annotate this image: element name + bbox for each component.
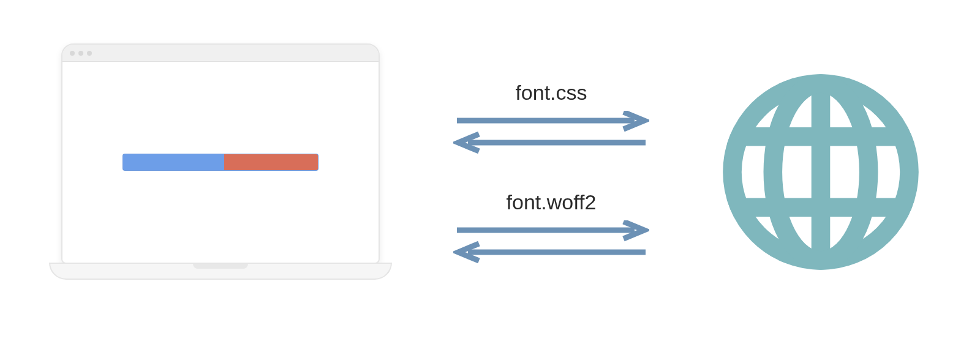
page-viewport [62, 62, 379, 263]
globe-icon [710, 68, 931, 276]
arrow-pair [453, 220, 649, 263]
window-dot [78, 51, 83, 56]
progress-fill [224, 154, 318, 170]
laptop-screen [61, 43, 380, 264]
flow-font-css: font.css [453, 81, 649, 154]
network-flows: font.css font.woff2 [392, 81, 710, 263]
laptop-base [49, 263, 392, 280]
progress-bar [123, 154, 318, 171]
flow-font-woff2: font.woff2 [453, 190, 649, 263]
flow-label: font.woff2 [507, 190, 597, 214]
laptop-device [49, 43, 392, 301]
laptop-notch [193, 264, 248, 269]
window-dot [70, 51, 75, 56]
flow-label: font.css [515, 81, 587, 105]
arrow-pair [453, 111, 649, 154]
browser-chrome [62, 45, 379, 62]
window-dot [87, 51, 92, 56]
